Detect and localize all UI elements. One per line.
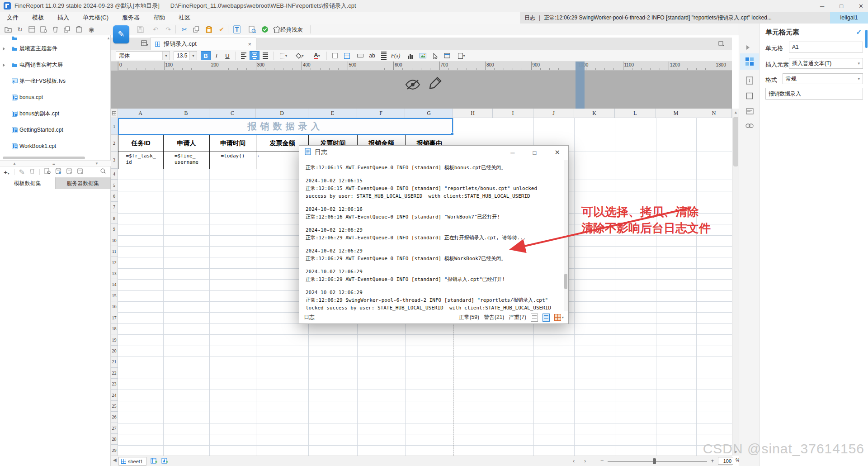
- hide-visibility-icon[interactable]: [405, 79, 421, 92]
- row-header[interactable]: 29: [111, 445, 118, 456]
- new-folder-button[interactable]: [4, 25, 13, 34]
- copy-button[interactable]: [192, 25, 201, 34]
- column-header[interactable]: F: [357, 109, 405, 118]
- insert-element-select[interactable]: 插入普通文本(T)▾: [789, 58, 863, 69]
- tree-horizontal-scrollbar[interactable]: [3, 157, 85, 159]
- bold-button[interactable]: B: [201, 51, 211, 60]
- refresh-button[interactable]: ↻: [15, 25, 24, 34]
- panel-edit-check-icon[interactable]: ✓: [856, 28, 862, 36]
- undo-button[interactable]: ↶: [151, 25, 160, 34]
- log-settings-icon[interactable]: ▾: [554, 314, 564, 321]
- template-view-button[interactable]: [27, 25, 36, 34]
- edit-pencil-icon[interactable]: [429, 76, 442, 93]
- save-button[interactable]: [136, 25, 145, 34]
- tree-scrollbar[interactable]: ▲: [107, 36, 110, 158]
- column-header[interactable]: J: [533, 109, 574, 118]
- expand-arrow-icon[interactable]: [3, 47, 5, 51]
- select-all-corner[interactable]: [111, 109, 118, 118]
- italic-button[interactable]: I: [212, 51, 222, 60]
- menu-item[interactable]: 单元格(C): [76, 12, 115, 24]
- tree-item[interactable]: WorkBook1.cpt: [0, 142, 111, 150]
- copy-template-button[interactable]: [62, 25, 71, 34]
- row-header[interactable]: 17: [111, 312, 118, 323]
- align-right-button[interactable]: [260, 51, 270, 60]
- menu-item[interactable]: 模板: [25, 12, 51, 24]
- locate-button[interactable]: ◉: [87, 25, 96, 34]
- log-maximize-button[interactable]: □: [533, 149, 537, 156]
- tree-item[interactable]: 第一张FVS模板.fvs: [0, 77, 111, 85]
- row-header[interactable]: 22: [111, 368, 118, 379]
- font-color-button[interactable]: A▾: [310, 51, 324, 60]
- menu-item[interactable]: 帮助: [146, 12, 172, 24]
- dataset-tab[interactable]: 模板数据集: [0, 177, 56, 189]
- tab-widget-settings[interactable]: [745, 107, 754, 116]
- selection-handle[interactable]: [451, 133, 454, 136]
- row-header[interactable]: 3: [111, 152, 118, 169]
- row-header[interactable]: 6: [111, 191, 118, 202]
- row-header[interactable]: 16: [111, 301, 118, 312]
- row-header[interactable]: 10: [111, 235, 118, 246]
- scroll-right-icon[interactable]: ›: [584, 457, 586, 464]
- cell-content-input[interactable]: 报销数据录入: [765, 88, 863, 100]
- log-warning-count[interactable]: 警告(21): [484, 314, 504, 321]
- maximize-button[interactable]: □: [840, 3, 843, 10]
- tab-list-icon[interactable]: [718, 40, 725, 48]
- font-family-select[interactable]: 黑体▾: [116, 51, 170, 60]
- table-formula-cell[interactable]: =today(): [210, 152, 256, 169]
- chart-button[interactable]: [405, 51, 415, 60]
- zoom-in-button[interactable]: +: [711, 457, 714, 464]
- log-status-strip[interactable]: 日志 | 正常:12:06:29 SwingWorker-pool-6-thre…: [520, 12, 830, 24]
- theme-name-label[interactable]: 经典浅灰: [280, 26, 303, 34]
- row-header[interactable]: 7: [111, 202, 118, 213]
- log-export-icon[interactable]: [531, 314, 538, 322]
- log-close-button[interactable]: ✕: [554, 148, 560, 157]
- edit-dataset-button[interactable]: ✎: [19, 168, 25, 176]
- row-header[interactable]: 23: [111, 379, 118, 390]
- new-template-tab-icon[interactable]: [141, 40, 148, 49]
- column-header[interactable]: D: [256, 109, 308, 118]
- row-header[interactable]: 5: [111, 180, 118, 190]
- row-header[interactable]: 9: [111, 224, 118, 235]
- sheet-vertical-scrollbar[interactable]: ▲ ▼: [732, 109, 739, 456]
- fill-color-button[interactable]: ▾: [293, 51, 307, 60]
- tree-item[interactable]: bonus的副本.cpt: [0, 109, 111, 118]
- sheet-tab[interactable]: sheet1: [118, 457, 146, 466]
- column-header[interactable]: L: [615, 109, 656, 118]
- table-header-cell[interactable]: 任务ID: [118, 135, 164, 152]
- column-header[interactable]: C: [209, 109, 256, 118]
- delete-dataset-button[interactable]: [29, 168, 35, 176]
- tree-item[interactable]: [0, 35, 111, 40]
- database-remove-icon[interactable]: [77, 168, 83, 176]
- validate-check-icon[interactable]: [260, 25, 269, 34]
- preview-dataset-button[interactable]: [44, 168, 51, 176]
- row-header[interactable]: 20: [111, 346, 118, 357]
- column-header[interactable]: H: [453, 109, 493, 118]
- search-dataset-icon[interactable]: [100, 168, 106, 176]
- sheet-tabs-left-arrow[interactable]: ◀: [113, 457, 117, 462]
- row-header[interactable]: 25: [111, 401, 118, 412]
- column-header[interactable]: G: [405, 109, 453, 118]
- sidebar-splitter[interactable]: ▲=▼: [0, 160, 111, 166]
- font-zoom-button[interactable]: T: [232, 25, 241, 34]
- row-header[interactable]: 14: [111, 279, 118, 290]
- merge-cells-button[interactable]: [342, 51, 352, 60]
- column-header[interactable]: A: [118, 109, 163, 118]
- text-ab-button[interactable]: ab: [367, 51, 377, 60]
- redo-button[interactable]: ↷: [164, 25, 173, 34]
- pointer-tool-button[interactable]: [430, 51, 440, 60]
- column-header[interactable]: M: [656, 109, 696, 118]
- menu-item[interactable]: 插入: [51, 12, 76, 24]
- zoom-out-button[interactable]: −: [600, 457, 604, 464]
- preview-search-button[interactable]: [248, 25, 257, 34]
- row-header[interactable]: 2: [111, 135, 118, 152]
- row-header[interactable]: 28: [111, 434, 118, 445]
- menu-item[interactable]: 社区: [172, 12, 197, 24]
- user-account-badge[interactable]: leligai1: [830, 12, 868, 24]
- close-tab-icon[interactable]: ×: [248, 41, 251, 48]
- expand-arrow-icon[interactable]: [3, 63, 5, 67]
- add-chart-sheet-icon[interactable]: [161, 458, 168, 466]
- row-header[interactable]: 19: [111, 334, 118, 345]
- tree-item[interactable]: bonus.cpt: [0, 93, 111, 101]
- minimize-button[interactable]: ─: [820, 3, 824, 10]
- tab-float-element[interactable]: [745, 91, 754, 100]
